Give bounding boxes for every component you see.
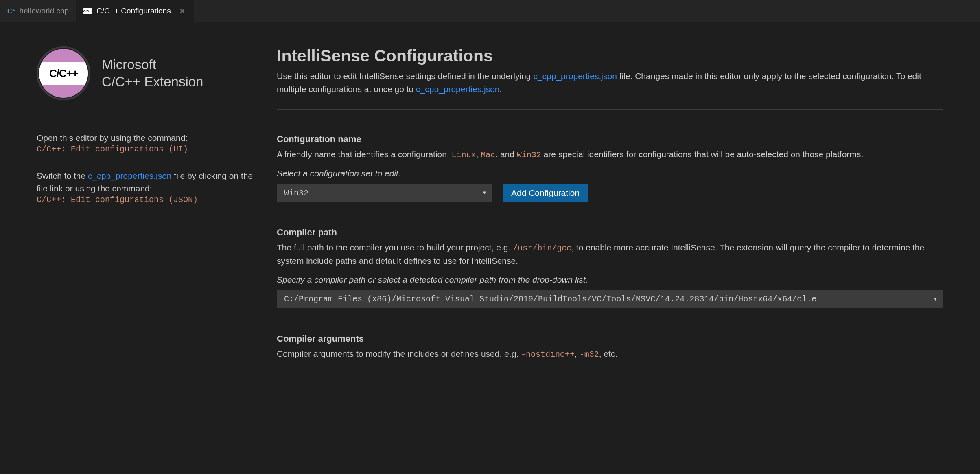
cpp-file-icon: C⁺ — [7, 7, 15, 15]
c-cpp-properties-link[interactable]: c_cpp_properties.json — [88, 171, 171, 180]
ccpp-config-icon: C/C++ — [83, 8, 92, 14]
code-fragment: Win32 — [517, 150, 541, 160]
code-fragment: -nostdinc++ — [521, 350, 575, 359]
section-compiler-path: Compiler path The full path to the compi… — [277, 227, 943, 308]
code-fragment: Linux — [452, 150, 476, 160]
logo-text: C/C++ — [39, 62, 88, 85]
text-fragment: Switch to the — [37, 171, 88, 180]
tab-helloworld[interactable]: C⁺ helloworld.cpp — [0, 0, 76, 22]
text-fragment: , — [575, 349, 580, 358]
section-compiler-arguments: Compiler arguments Compiler arguments to… — [277, 334, 943, 361]
text-fragment: are special identifiers for configuratio… — [541, 149, 863, 159]
chevron-down-icon: ▼ — [934, 296, 937, 302]
section-title: Compiler arguments — [277, 334, 943, 344]
extension-vendor: Microsoft — [102, 57, 203, 72]
code-fragment: Mac — [481, 150, 495, 160]
code-fragment: /usr/bin/gcc — [513, 244, 571, 253]
text-fragment: . — [500, 84, 502, 94]
config-select-row: Win32 ▼ Add Configuration — [277, 184, 943, 202]
section-desc: Compiler arguments to modify the include… — [277, 347, 943, 361]
text-fragment: Use this editor to edit IntelliSense set… — [277, 71, 533, 81]
tab-label: C/C++ Configurations — [96, 7, 171, 15]
text-fragment: The full path to the compiler you use to… — [277, 243, 513, 252]
extension-name: C/C++ Extension — [102, 74, 203, 90]
text-fragment: Compiler arguments to modify the include… — [277, 349, 521, 358]
code-fragment: -m32 — [580, 350, 599, 359]
text-fragment: , and — [495, 149, 517, 159]
sidebar-switch-cmd: C/C++: Edit configurations (JSON) — [37, 195, 260, 204]
select-value: C:/Program Files (x86)/Microsoft Visual … — [284, 294, 816, 304]
text-fragment: , — [476, 149, 481, 159]
page-title: IntelliSense Configurations — [277, 46, 943, 66]
content-area: C/C++ Microsoft C/C++ Extension Open thi… — [0, 22, 980, 386]
section-hint: Specify a compiler path or select a dete… — [277, 275, 943, 285]
sidebar-open-text: Open this editor by using the command: — [37, 132, 260, 145]
section-title: Configuration name — [277, 134, 943, 145]
configuration-select[interactable]: Win32 ▼ — [277, 184, 492, 202]
c-cpp-properties-link[interactable]: c_cpp_properties.json — [533, 71, 617, 81]
extension-title: Microsoft C/C++ Extension — [102, 57, 203, 90]
c-cpp-properties-link[interactable]: c_cpp_properties.json — [416, 84, 499, 94]
main-panel: IntelliSense Configurations Use this edi… — [277, 46, 943, 386]
text-fragment: , etc. — [599, 349, 618, 358]
section-desc: A friendly name that identifies a config… — [277, 148, 943, 161]
select-value: Win32 — [284, 189, 308, 198]
tab-label: helloworld.cpp — [20, 7, 69, 15]
section-configuration-name: Configuration name A friendly name that … — [277, 134, 943, 202]
sidebar: C/C++ Microsoft C/C++ Extension Open thi… — [37, 46, 260, 386]
section-hint: Select a configuration set to edit. — [277, 169, 943, 178]
extension-logo: C/C++ — [37, 46, 90, 100]
sidebar-open-cmd: C/C++: Edit configurations (UI) — [37, 145, 260, 154]
page-subtitle: Use this editor to edit IntelliSense set… — [277, 70, 943, 110]
add-configuration-button[interactable]: Add Configuration — [503, 184, 588, 202]
extension-header: C/C++ Microsoft C/C++ Extension — [37, 46, 260, 116]
section-title: Compiler path — [277, 227, 943, 238]
sidebar-switch-text: Switch to the c_cpp_properties.json file… — [37, 169, 260, 195]
sidebar-switch-block: Switch to the c_cpp_properties.json file… — [37, 169, 260, 204]
tab-bar: C⁺ helloworld.cpp C/C++ C/C++ Configurat… — [0, 0, 980, 22]
compiler-path-select[interactable]: C:/Program Files (x86)/Microsoft Visual … — [277, 290, 943, 308]
text-fragment: A friendly name that identifies a config… — [277, 149, 452, 159]
chevron-down-icon: ▼ — [483, 190, 486, 196]
section-desc: The full path to the compiler you use to… — [277, 241, 943, 268]
sidebar-open-editor-block: Open this editor by using the command: C… — [37, 132, 260, 154]
close-icon[interactable] — [178, 7, 186, 15]
tab-ccpp-config[interactable]: C/C++ C/C++ Configurations — [76, 0, 194, 22]
